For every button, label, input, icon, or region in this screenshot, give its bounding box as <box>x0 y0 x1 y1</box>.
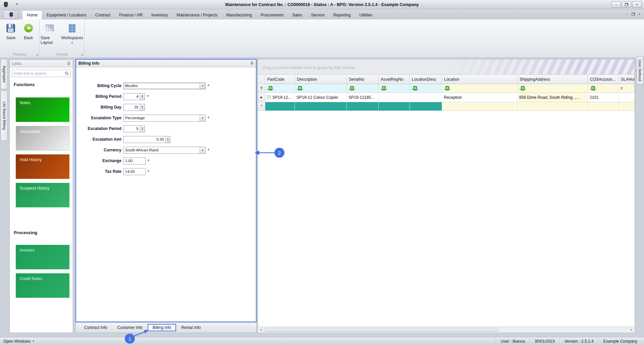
new-row[interactable]: * <box>258 102 635 111</box>
escalation-period-spinner[interactable]: 5 ▲▼ <box>123 125 145 132</box>
new-cell-description[interactable] <box>295 102 347 111</box>
spinner-buttons[interactable]: ▲▼ <box>140 126 145 132</box>
ribbon-tab-service[interactable]: Service <box>307 10 329 19</box>
minimize-button[interactable]: – <box>611 1 621 8</box>
tab-customer-info[interactable]: Customer Info <box>112 324 148 331</box>
expand-row-icon[interactable]: + <box>267 95 271 99</box>
spinner-buttons[interactable]: ▲▼ <box>140 93 145 100</box>
cell-description[interactable]: SP19-12 Colour Copier <box>295 93 347 102</box>
cell-cosaccount[interactable]: 2101 <box>588 93 619 102</box>
column-header-location[interactable]: Location <box>442 74 518 84</box>
notes-button[interactable]: Notes <box>16 97 69 122</box>
ribbon-tab-finance-hr[interactable]: Finance / HR <box>115 10 147 19</box>
open-windows-button[interactable]: Open Windows ▾ <box>3 339 34 344</box>
billing-cycle-dropdown[interactable]: Months ▾ <box>123 82 206 89</box>
dropdown-button[interactable]: ▾ <box>200 147 205 153</box>
dropdown-button[interactable]: ▾ <box>200 83 205 89</box>
documents-button[interactable]: Documents <box>16 126 69 150</box>
filter-cell-description[interactable]: aBc <box>295 84 347 93</box>
filter-cell-assetregno[interactable]: aBc <box>379 84 410 93</box>
column-header-slahours[interactable]: SLAHou... <box>619 74 635 84</box>
cell-locationdesc[interactable] <box>410 93 442 102</box>
dropdown-button[interactable]: ▾ <box>200 115 205 121</box>
ribbon-tab-inventory[interactable]: Inventory <box>147 10 172 19</box>
ribbon-tab-utilities[interactable]: Utilities <box>355 10 377 19</box>
invoices-button[interactable]: Invoices <box>16 245 69 269</box>
ribbon-tab-procurement[interactable]: Procurement <box>256 10 288 19</box>
ribbon-tab-reporting[interactable]: Reporting <box>329 10 355 19</box>
filter-cell-slahours[interactable]: = <box>619 84 635 93</box>
column-header-partcode[interactable]: PartCode <box>265 74 295 84</box>
application-menu-button[interactable] <box>3 10 19 19</box>
workspaces-button[interactable]: Workspaces ▾ <box>60 22 84 46</box>
new-cell-serialno[interactable] <box>347 102 379 111</box>
filter-cell-cosaccount[interactable]: aBc <box>588 84 619 93</box>
cell-slahours[interactable] <box>619 93 635 102</box>
group-by-bar[interactable]: Drag a column header here to group by th… <box>258 59 635 74</box>
column-header-shippingaddress[interactable]: ShippingAddress <box>518 74 588 84</box>
new-cell-assetregno[interactable] <box>379 102 410 111</box>
column-header-locationdesc[interactable]: LocationDesc <box>410 74 442 84</box>
billing-day-spinner[interactable]: 25 ▲▼ <box>123 104 145 111</box>
escalation-amt-spinner[interactable]: 5.00 ▲▼ <box>123 136 170 143</box>
ribbon-tab-equipment-locations[interactable]: Equipment / Locations <box>42 10 91 19</box>
column-header-assetregno[interactable]: AssetRegNo <box>379 74 410 84</box>
mdi-close-button[interactable]: × <box>639 12 641 16</box>
save-layout-button[interactable]: Save Layout <box>40 22 60 46</box>
tab-rental-info[interactable]: Rental Info <box>176 324 206 331</box>
filter-cell-location[interactable]: aBc <box>442 84 518 93</box>
close-button[interactable]: × <box>632 1 642 8</box>
filter-cell-partcode[interactable]: aBc <box>265 84 295 93</box>
billing-period-spinner[interactable]: 4 ▲▼ <box>123 93 145 100</box>
filter-cell-locationdesc[interactable]: aBc <box>410 84 442 93</box>
process-dialog-launcher-icon[interactable] <box>36 54 38 56</box>
credit-notes-button[interactable]: Credit Notes <box>16 273 69 298</box>
mdi-restore-button[interactable] <box>632 13 635 16</box>
new-cell-partcode[interactable] <box>265 102 295 111</box>
escalation-type-dropdown[interactable]: Percentage ▾ <box>123 115 206 122</box>
tab-billing-info[interactable]: Billing Info <box>148 324 176 331</box>
mdi-minimize-button[interactable]: – <box>626 12 628 16</box>
scroll-right-icon[interactable]: ▸ <box>629 328 634 331</box>
new-cell-locationdesc[interactable] <box>410 102 442 111</box>
column-header-serialno[interactable]: SerialNo <box>347 74 379 84</box>
pin-icon[interactable] <box>67 62 70 66</box>
suspend-history-button[interactable]: Suspend History <box>16 183 69 207</box>
back-button[interactable]: Back <box>22 22 35 41</box>
column-header-description[interactable]: Description <box>295 74 347 84</box>
new-cell-slahours[interactable] <box>619 102 635 111</box>
ribbon-tab-home[interactable]: Home <box>22 10 42 19</box>
new-cell-shippingaddress[interactable] <box>518 102 588 111</box>
ribbon-tab-maintenance-projects[interactable]: Maintenance / Projects <box>172 10 222 19</box>
column-header-cosaccount[interactable]: COSAccoun... <box>588 74 619 84</box>
side-tab-life-based-billing[interactable]: Life Based Billing <box>1 90 8 141</box>
cell-shippingaddress[interactable]: 658 Dime Road, South Riding, ,... <box>518 93 588 102</box>
horizontal-scrollbar[interactable]: ◂ ▸ <box>258 327 634 332</box>
spinner-buttons[interactable]: ▲▼ <box>165 136 170 143</box>
pin-icon[interactable] <box>250 61 254 65</box>
side-tab-aggregate[interactable]: Aggregate <box>1 59 8 89</box>
exchange-field[interactable]: 1.00 <box>123 157 146 164</box>
cell-assetregno[interactable] <box>379 93 410 102</box>
cell-serialno[interactable]: SP19-12185... <box>347 93 379 102</box>
hold-history-button[interactable]: Hold History <box>16 154 69 179</box>
restore-button[interactable] <box>622 1 631 8</box>
filter-cell-shippingaddress[interactable]: aBc <box>518 84 588 93</box>
ribbon-tab-sales[interactable]: Sales <box>288 10 307 19</box>
cell-location[interactable]: Reception <box>442 93 518 102</box>
table-row[interactable]: ▶ +SP19-12... SP19-12 Colour Copier SP19… <box>258 93 635 102</box>
new-cell-location[interactable] <box>442 102 518 111</box>
scroll-left-icon[interactable]: ◂ <box>258 328 264 331</box>
format-dialog-launcher-icon[interactable] <box>81 54 83 56</box>
scrollbar-thumb[interactable] <box>264 328 499 332</box>
tax-rate-field[interactable]: 14.00 <box>123 168 146 175</box>
tab-contract-info[interactable]: Contract Info <box>79 324 112 331</box>
filter-cell-serialno[interactable]: aBc <box>347 84 379 93</box>
ribbon-tab-manufacturing[interactable]: Manufacturing <box>222 10 256 19</box>
save-button[interactable]: Save <box>4 22 17 41</box>
spinner-buttons[interactable]: ▲▼ <box>140 104 145 111</box>
currency-dropdown[interactable]: South African Rand ▾ <box>123 147 206 154</box>
search-input[interactable] <box>14 71 65 75</box>
new-cell-cosaccount[interactable] <box>588 102 619 111</box>
ribbon-tab-contract[interactable]: Contract <box>91 10 115 19</box>
